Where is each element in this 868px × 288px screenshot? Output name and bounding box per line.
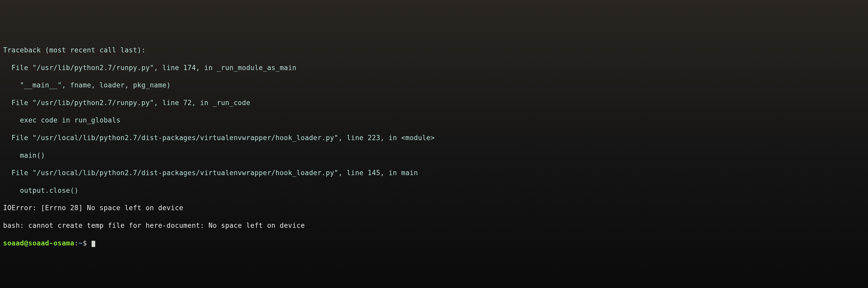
traceback-frame-code: main() xyxy=(3,151,865,160)
prompt-path: ~ xyxy=(79,239,83,247)
traceback-frame-code: output.close() xyxy=(3,186,865,195)
prompt-separator: : xyxy=(74,239,79,247)
traceback-frame-file: File "/usr/lib/python2.7/runpy.py", line… xyxy=(3,64,865,72)
traceback-frame-file: File "/usr/local/lib/python2.7/dist-pack… xyxy=(3,134,865,142)
traceback-frame-code: exec code in run_globals xyxy=(3,116,865,125)
traceback-frame-file: File "/usr/lib/python2.7/runpy.py", line… xyxy=(3,99,865,107)
traceback-header: Traceback (most recent call last): xyxy=(3,46,865,55)
terminal-output[interactable]: Traceback (most recent call last): File … xyxy=(3,37,865,256)
prompt-symbol: $ xyxy=(83,239,87,247)
shell-prompt[interactable]: soaad@soaad-osama:~$ xyxy=(3,239,865,248)
prompt-user-host: soaad@soaad-osama xyxy=(3,239,74,247)
traceback-error: IOError: [Errno 28] No space left on dev… xyxy=(3,204,865,213)
traceback-frame-file: File "/usr/local/lib/python2.7/dist-pack… xyxy=(3,169,865,178)
traceback-frame-code: "__main__", fname, loader, pkg_name) xyxy=(3,81,865,90)
terminal-cursor xyxy=(92,241,95,247)
bash-error: bash: cannot create temp file for here-d… xyxy=(3,221,865,230)
